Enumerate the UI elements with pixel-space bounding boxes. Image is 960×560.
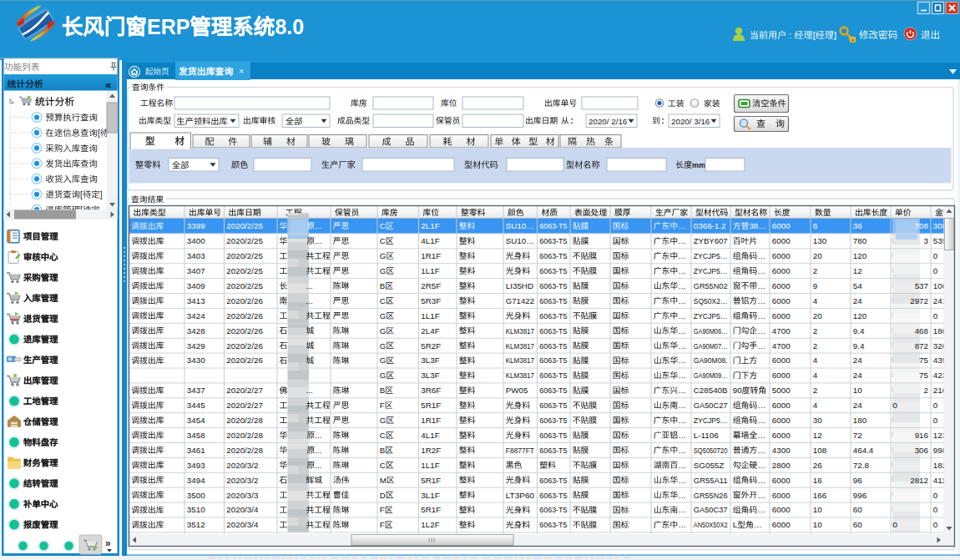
svg-text:1L1F: 1L1F	[421, 461, 439, 470]
svg-text:3458: 3458	[187, 431, 205, 440]
svg-text:…: …	[754, 520, 762, 529]
svg-text:GR55A11: GR55A11	[694, 476, 728, 485]
svg-text:SU10…: SU10…	[506, 236, 534, 245]
svg-text:3510: 3510	[187, 505, 205, 514]
svg-text:GR55N02: GR55N02	[694, 281, 728, 290]
svg-text:2020/2/25: 2020/2/25	[226, 221, 263, 230]
svg-text:12: 12	[813, 431, 822, 440]
svg-text:GA90M07…: GA90M07…	[694, 341, 728, 351]
svg-text::: :	[570, 116, 573, 125]
svg-text:20: 20	[813, 251, 822, 260]
svg-text:5R3F: 5R3F	[421, 296, 441, 305]
svg-text:[: [	[813, 30, 816, 40]
svg-text:KLM3817: KLM3817	[506, 356, 534, 365]
svg-text:...: ...	[315, 221, 321, 230]
svg-text:2020/2/26: 2020/2/26	[226, 356, 263, 365]
svg-text:20: 20	[813, 311, 822, 320]
svg-text:10: 10	[853, 386, 862, 395]
svg-text:6063-T5: 6063-T5	[539, 311, 568, 320]
svg-text:D: D	[380, 491, 386, 500]
svg-text:C28540B: C28540B	[694, 386, 728, 395]
svg-text:C: C	[380, 296, 386, 305]
svg-text:G: G	[380, 266, 387, 275]
svg-text:...: ...	[315, 461, 321, 470]
svg-text:6000: 6000	[772, 431, 791, 440]
svg-text:6063-T5: 6063-T5	[539, 356, 568, 365]
svg-text:3399: 3399	[187, 221, 205, 230]
svg-text:2020/2/27: 2020/2/27	[226, 401, 263, 410]
svg-text:6063-T5: 6063-T5	[539, 371, 568, 380]
svg-text:KLM3817: KLM3817	[506, 326, 534, 335]
svg-text:4300: 4300	[772, 446, 791, 455]
svg-text:3400: 3400	[187, 236, 205, 245]
svg-text:…: …	[757, 401, 765, 410]
svg-text:96: 96	[853, 476, 862, 485]
svg-text:54: 54	[853, 281, 862, 290]
svg-text:464.4: 464.4	[853, 446, 874, 455]
svg-text:2: 2	[813, 266, 817, 275]
svg-text:2020/ 3/16: 2020/ 3/16	[671, 117, 710, 126]
svg-text:6063-T5: 6063-T5	[539, 236, 568, 245]
svg-text:2020/2/28: 2020/2/28	[226, 446, 263, 455]
svg-text:6000: 6000	[772, 221, 791, 230]
svg-text:6063-T5: 6063-T5	[539, 266, 568, 275]
svg-text:1L2F: 1L2F	[421, 520, 439, 529]
svg-text:6: 6	[813, 221, 818, 230]
svg-text:C: C	[380, 431, 386, 440]
svg-text:166: 166	[813, 491, 827, 500]
svg-text:…: …	[678, 281, 686, 290]
svg-text:5R1F: 5R1F	[421, 476, 441, 485]
svg-text:3407: 3407	[187, 266, 205, 275]
svg-text:5R2F: 5R2F	[421, 341, 441, 351]
svg-text:0: 0	[933, 311, 938, 320]
svg-text:6000: 6000	[772, 251, 791, 260]
svg-text:3428: 3428	[187, 326, 205, 335]
svg-text:3L1F: 3L1F	[421, 491, 439, 500]
svg-text:3494: 3494	[187, 476, 205, 485]
svg-text:[: [	[80, 190, 83, 199]
svg-text:0: 0	[893, 520, 898, 529]
svg-text:6000: 6000	[772, 296, 791, 305]
svg-text:872: 872	[915, 341, 928, 351]
svg-text:»: »	[105, 537, 111, 549]
svg-text:...: ...	[306, 386, 313, 395]
svg-text:…: …	[678, 491, 686, 500]
svg-text:4700: 4700	[772, 341, 791, 351]
svg-text:3500: 3500	[187, 491, 205, 500]
svg-text:24: 24	[853, 401, 862, 410]
svg-text:10: 10	[813, 505, 822, 514]
svg-text:F: F	[380, 520, 385, 529]
svg-text:0: 0	[933, 520, 938, 529]
svg-text:LI35HD: LI35HD	[506, 281, 533, 290]
svg-text:2: 2	[813, 326, 817, 335]
svg-text:…: …	[678, 446, 686, 455]
svg-text:F8877FT: F8877FT	[506, 446, 534, 455]
svg-text:2: 2	[813, 386, 817, 395]
svg-text:2020/2/26: 2020/2/26	[226, 296, 263, 305]
svg-text:]: ]	[100, 190, 103, 199]
svg-text:…: …	[678, 356, 686, 365]
svg-text:F: F	[380, 401, 385, 410]
svg-text:B: B	[380, 446, 386, 455]
svg-text:2020/2/25: 2020/2/25	[226, 281, 263, 290]
svg-text:3429: 3429	[187, 341, 205, 351]
svg-text:72: 72	[853, 431, 862, 440]
svg-text:780: 780	[853, 236, 867, 245]
svg-text:6063-T5: 6063-T5	[539, 401, 568, 410]
svg-text:996: 996	[853, 491, 867, 500]
svg-text:4: 4	[813, 371, 818, 380]
svg-text:…: …	[678, 386, 686, 395]
svg-text:24: 24	[853, 296, 862, 305]
svg-text:…: …	[678, 416, 686, 425]
svg-text:GA50C37: GA50C37	[694, 505, 728, 514]
svg-text:3409: 3409	[187, 281, 205, 290]
svg-text:C: C	[380, 236, 386, 245]
svg-text::: :	[789, 30, 791, 40]
svg-text:[: [	[98, 129, 100, 138]
svg-text:1R1F: 1R1F	[421, 251, 441, 260]
svg-text:2020/3/2: 2020/3/2	[226, 461, 258, 470]
svg-text:G: G	[380, 356, 387, 365]
svg-text:30: 30	[813, 416, 822, 425]
svg-text:0: 0	[933, 505, 938, 514]
svg-text:130: 130	[813, 236, 827, 245]
